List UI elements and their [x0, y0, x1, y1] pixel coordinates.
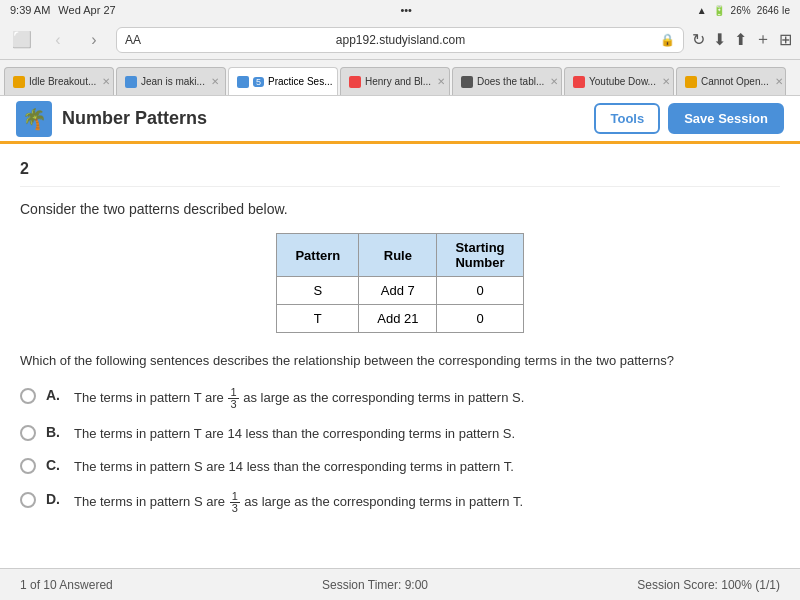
share-button[interactable]: ⬆ — [734, 30, 747, 49]
battery-info: 2646 Ie — [757, 5, 790, 16]
tab-close-icon[interactable]: ✕ — [775, 76, 783, 87]
pattern-table-wrapper: Pattern Rule StartingNumber S Add 7 0 T … — [20, 233, 780, 333]
tab-jean[interactable]: Jean is maki... ✕ — [116, 67, 226, 95]
radio-d[interactable] — [20, 492, 36, 508]
tab-youtube[interactable]: Youtube Dow... ✕ — [564, 67, 674, 95]
tab-favicon — [461, 76, 473, 88]
window-controls: ⬜ — [8, 26, 36, 54]
footer: 1 of 10 Answered Session Timer: 9:00 Ses… — [0, 568, 800, 600]
tab-favicon — [573, 76, 585, 88]
radio-c[interactable] — [20, 458, 36, 474]
tab-practice[interactable]: 5 Practice Ses... ✕ — [228, 67, 338, 95]
address-url: app192.studyisland.com — [147, 33, 654, 47]
tabs-bar: Idle Breakout... ✕ Jean is maki... ✕ 5 P… — [0, 60, 800, 96]
option-label-b: B. — [46, 424, 64, 440]
fraction-a: 1 3 — [228, 387, 238, 410]
forward-button[interactable]: › — [80, 26, 108, 54]
table-header-pattern: Pattern — [277, 234, 359, 277]
option-label-a: A. — [46, 387, 64, 403]
option-label-c: C. — [46, 457, 64, 473]
address-text: AA — [125, 33, 141, 47]
fraction-d: 1 3 — [230, 491, 240, 514]
tab-close-icon[interactable]: ✕ — [211, 76, 219, 87]
option-text-a: The terms in pattern T are 1 3 as large … — [74, 387, 524, 410]
tab-favicon — [13, 76, 25, 88]
wifi-icon: ▲ — [697, 5, 707, 16]
table-cell-pattern-t: T — [277, 305, 359, 333]
option-a[interactable]: A. The terms in pattern T are 1 3 as lar… — [20, 387, 780, 410]
table-cell-rule-s: Add 7 — [359, 277, 437, 305]
status-day: Wed Apr 27 — [58, 4, 115, 16]
tab-henry[interactable]: Henry and Bl... ✕ — [340, 67, 450, 95]
tabs-button[interactable]: ⊞ — [779, 30, 792, 49]
tab-close-icon[interactable]: ✕ — [437, 76, 445, 87]
tab-label: Youtube Dow... — [589, 76, 656, 87]
table-cell-pattern-s: S — [277, 277, 359, 305]
tab-favicon — [685, 76, 697, 88]
app-header: 🌴 Number Patterns Tools Save Session — [0, 96, 800, 144]
tab-label: Cannot Open... — [701, 76, 769, 87]
answer-options: A. The terms in pattern T are 1 3 as lar… — [20, 387, 780, 514]
lock-icon: 🔒 — [660, 33, 675, 47]
tab-favicon — [237, 76, 249, 88]
option-c[interactable]: C. The terms in pattern S are 14 less th… — [20, 457, 780, 477]
tab-cannot-open[interactable]: Cannot Open... ✕ — [676, 67, 786, 95]
footer-timer: Session Timer: 9:00 — [322, 578, 428, 592]
question-intro: Consider the two patterns described belo… — [20, 201, 780, 217]
back-button[interactable]: ‹ — [44, 26, 72, 54]
status-left: 9:39 AM Wed Apr 27 — [10, 4, 116, 16]
pattern-table: Pattern Rule StartingNumber S Add 7 0 T … — [276, 233, 523, 333]
tab-label: Does the tabl... — [477, 76, 544, 87]
option-text-d: The terms in pattern S are 1 3 as large … — [74, 491, 523, 514]
table-header-starting: StartingNumber — [437, 234, 523, 277]
app-actions: Tools Save Session — [594, 103, 784, 134]
table-cell-start-s: 0 — [437, 277, 523, 305]
table-row-t: T Add 21 0 — [277, 305, 523, 333]
browser-chrome: ⬜ ‹ › AA app192.studyisland.com 🔒 ↻ ⬇ ⬆ … — [0, 20, 800, 60]
tools-button[interactable]: Tools — [594, 103, 660, 134]
option-label-d: D. — [46, 491, 64, 507]
download-button[interactable]: ⬇ — [713, 30, 726, 49]
save-session-button[interactable]: Save Session — [668, 103, 784, 134]
app-logo-icon: 🌴 — [16, 101, 52, 137]
table-cell-start-t: 0 — [437, 305, 523, 333]
tab-label: Jean is maki... — [141, 76, 205, 87]
status-time: 9:39 AM — [10, 4, 50, 16]
table-header-rule: Rule — [359, 234, 437, 277]
option-text-b: The terms in pattern T are 14 less than … — [74, 424, 515, 444]
new-tab-button[interactable]: ＋ — [755, 29, 771, 50]
status-right: ▲ 🔋 26% 2646 Ie — [697, 5, 790, 16]
tab-label: Practice Ses... — [268, 76, 332, 87]
address-bar[interactable]: AA app192.studyisland.com 🔒 — [116, 27, 684, 53]
table-row-s: S Add 7 0 — [277, 277, 523, 305]
tab-does[interactable]: Does the tabl... ✕ — [452, 67, 562, 95]
question-number: 2 — [20, 160, 780, 187]
battery-icon: 🔋 — [713, 5, 725, 16]
radio-a[interactable] — [20, 388, 36, 404]
tab-favicon — [125, 76, 137, 88]
tab-idle-breakout[interactable]: Idle Breakout... ✕ — [4, 67, 114, 95]
table-cell-rule-t: Add 21 — [359, 305, 437, 333]
app-title: Number Patterns — [62, 108, 207, 129]
status-bar: 9:39 AM Wed Apr 27 ••• ▲ 🔋 26% 2646 Ie — [0, 0, 800, 20]
radio-b[interactable] — [20, 425, 36, 441]
tab-favicon — [349, 76, 361, 88]
tab-label: Idle Breakout... — [29, 76, 96, 87]
battery-percent: 26% — [731, 5, 751, 16]
option-b[interactable]: B. The terms in pattern T are 14 less th… — [20, 424, 780, 444]
main-content: 2 Consider the two patterns described be… — [0, 144, 800, 568]
tab-badge: 5 — [253, 77, 264, 87]
tab-label: Henry and Bl... — [365, 76, 431, 87]
tab-close-icon[interactable]: ✕ — [550, 76, 558, 87]
question-prompt: Which of the following sentences describ… — [20, 351, 780, 371]
tab-close-icon[interactable]: ✕ — [662, 76, 670, 87]
status-dots: ••• — [400, 4, 412, 16]
tab-close-icon[interactable]: ✕ — [102, 76, 110, 87]
option-d[interactable]: D. The terms in pattern S are 1 3 as lar… — [20, 491, 780, 514]
refresh-button[interactable]: ↻ — [692, 30, 705, 49]
app-logo-area: 🌴 Number Patterns — [16, 101, 207, 137]
footer-progress: 1 of 10 Answered — [20, 578, 113, 592]
window-btn[interactable]: ⬜ — [8, 26, 36, 54]
footer-score: Session Score: 100% (1/1) — [637, 578, 780, 592]
option-text-c: The terms in pattern S are 14 less than … — [74, 457, 514, 477]
